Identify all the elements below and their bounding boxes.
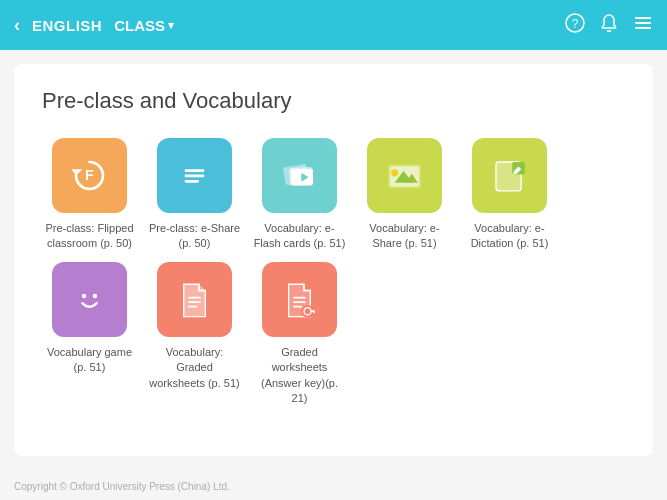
svg-rect-29 — [293, 301, 306, 303]
svg-rect-30 — [293, 306, 302, 308]
edictation-icon-box — [472, 138, 547, 213]
list-item[interactable]: Vocabulary: e-Dictation (p. 51) — [462, 138, 557, 252]
svg-point-22 — [73, 283, 105, 315]
class-label: CLASS — [114, 17, 165, 34]
list-item[interactable]: Vocabulary: Graded worksheets (p. 51) — [147, 262, 242, 407]
bell-icon[interactable] — [599, 13, 619, 38]
svg-rect-26 — [188, 301, 201, 303]
class-dropdown[interactable]: CLASS ▾ — [114, 17, 174, 34]
english-label: ENGLISH — [32, 17, 102, 34]
footer: Copyright © Oxford University Press (Chi… — [14, 481, 230, 492]
svg-point-19 — [391, 169, 398, 176]
item-label: Pre-class: e-Share (p. 50) — [147, 221, 242, 252]
graded-answer-icon-box — [262, 262, 337, 337]
header: ‹ ENGLISH CLASS ▾ ? — [0, 0, 667, 50]
svg-rect-25 — [188, 297, 201, 299]
svg-rect-10 — [185, 180, 199, 183]
vocab-eshare-icon-box — [367, 138, 442, 213]
svg-point-23 — [82, 293, 87, 298]
item-label: Pre-class: Flipped classroom (p. 50) — [42, 221, 137, 252]
svg-rect-2 — [635, 17, 651, 19]
svg-rect-28 — [293, 297, 306, 299]
eflash-icon-box — [262, 138, 337, 213]
item-label: Vocabulary game (p. 51) — [42, 345, 137, 376]
info-icon[interactable]: ? — [565, 13, 585, 38]
list-item[interactable]: F Pre-class: Flipped classroom (p. 50) — [42, 138, 137, 252]
svg-rect-8 — [185, 169, 205, 172]
svg-marker-5 — [72, 169, 83, 175]
svg-rect-4 — [635, 27, 651, 29]
svg-rect-34 — [313, 310, 315, 313]
list-item[interactable]: Graded worksheets (Answer key)(p. 21) — [252, 262, 347, 407]
graded-icon-box — [157, 262, 232, 337]
copyright-text: Copyright © Oxford University Press (Chi… — [14, 481, 230, 492]
list-item[interactable]: Vocabulary game (p. 51) — [42, 262, 137, 407]
chevron-down-icon: ▾ — [168, 19, 174, 32]
item-label: Graded worksheets (Answer key)(p. 21) — [252, 345, 347, 407]
svg-point-24 — [93, 293, 98, 298]
eshare-preclass-icon-box — [157, 138, 232, 213]
vocab-game-icon-box — [52, 262, 127, 337]
item-label: Vocabulary: Graded worksheets (p. 51) — [147, 345, 242, 391]
svg-rect-9 — [185, 175, 205, 178]
list-item[interactable]: Pre-class: e-Share (p. 50) — [147, 138, 242, 252]
svg-rect-3 — [635, 22, 651, 24]
flipped-icon-box: F — [52, 138, 127, 213]
svg-rect-27 — [188, 306, 197, 308]
main-content: Pre-class and Vocabulary F Pre-class: Fl… — [14, 64, 653, 456]
item-label: Vocabulary: e-Dictation (p. 51) — [462, 221, 557, 252]
items-grid: F Pre-class: Flipped classroom (p. 50) P… — [42, 138, 625, 406]
list-item[interactable]: Vocabulary: e-Share (p. 51) — [357, 138, 452, 252]
svg-text:?: ? — [572, 17, 579, 31]
header-actions: ? — [565, 13, 653, 38]
list-item[interactable]: Vocabulary: e-Flash cards (p. 51) — [252, 138, 347, 252]
item-label: Vocabulary: e-Flash cards (p. 51) — [252, 221, 347, 252]
menu-icon[interactable] — [633, 13, 653, 38]
back-button[interactable]: ‹ — [14, 15, 20, 36]
item-label: Vocabulary: e-Share (p. 51) — [357, 221, 452, 252]
svg-text:F: F — [85, 167, 94, 183]
page-title: Pre-class and Vocabulary — [42, 88, 625, 114]
